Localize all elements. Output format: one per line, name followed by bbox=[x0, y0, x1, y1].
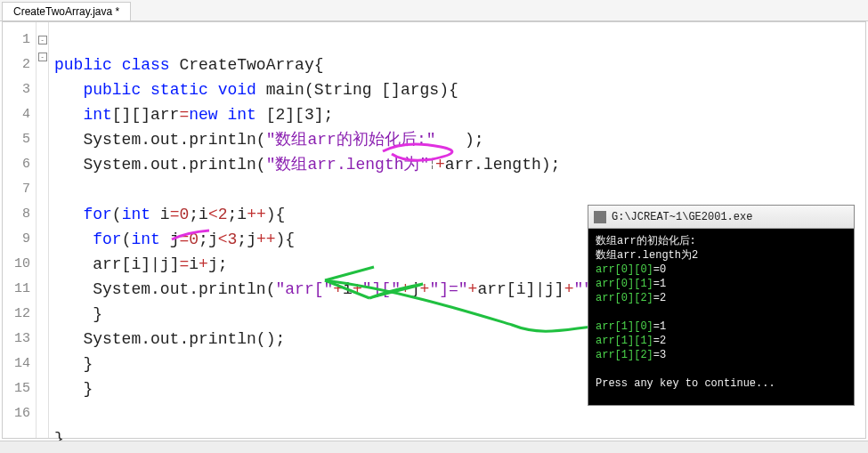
line-number: 3 bbox=[3, 77, 30, 102]
line-number: 9 bbox=[3, 227, 30, 252]
console-line: arr[0][0]=0 bbox=[596, 263, 847, 277]
brace: } bbox=[83, 355, 93, 373]
semi: ;j bbox=[237, 231, 256, 248]
op: + bbox=[353, 280, 362, 298]
string: "][" bbox=[362, 280, 401, 298]
keyword: void bbox=[218, 81, 256, 99]
expr: System.out. bbox=[83, 131, 189, 149]
expr: System.out. bbox=[83, 156, 189, 174]
op: + bbox=[199, 255, 208, 273]
console-line: arr[0][1]=1 bbox=[596, 277, 847, 291]
var: j bbox=[160, 231, 180, 248]
class-name: CreateTwoArray bbox=[179, 56, 313, 74]
console-line: arr[1][0]=1 bbox=[596, 320, 847, 334]
op: + bbox=[420, 280, 430, 298]
op: = bbox=[170, 206, 180, 223]
method: println bbox=[199, 280, 266, 298]
expr: arr[i]|j] bbox=[93, 255, 179, 273]
op: ++ bbox=[256, 231, 276, 248]
num: 3 bbox=[228, 231, 238, 248]
console-title-text: G:\JCREAT~1\GE2001.exe bbox=[612, 211, 752, 223]
fold-toggle[interactable]: - bbox=[38, 53, 47, 61]
paren: ( bbox=[122, 231, 132, 248]
expr: i bbox=[189, 255, 199, 273]
signature: (String []args){ bbox=[304, 81, 458, 99]
line-number: 11 bbox=[3, 277, 30, 302]
expr: arr[i]|j] bbox=[477, 280, 564, 298]
keyword: public bbox=[54, 56, 112, 74]
line-gutter: 12345678910111213141516 bbox=[3, 22, 37, 438]
op: = bbox=[179, 106, 189, 124]
brace: { bbox=[314, 56, 324, 74]
line-number: 1 bbox=[3, 28, 30, 53]
rest: (); bbox=[256, 330, 285, 348]
app-icon bbox=[594, 211, 606, 223]
expr: arr.length); bbox=[445, 156, 561, 174]
line-number: 6 bbox=[3, 152, 30, 177]
expr: j bbox=[410, 280, 420, 298]
console-titlebar[interactable]: G:\JCREAT~1\GE2001.exe bbox=[588, 206, 854, 229]
console-line: Press any key to continue... bbox=[596, 376, 847, 391]
op: < bbox=[208, 206, 218, 223]
num: 0 bbox=[189, 231, 199, 248]
expr: i bbox=[343, 280, 353, 298]
type: int bbox=[83, 106, 111, 124]
keyword: class bbox=[122, 56, 170, 74]
expr: System.out. bbox=[93, 280, 199, 298]
op: + bbox=[333, 280, 343, 298]
line-number: 8 bbox=[3, 202, 30, 227]
line-number: 15 bbox=[3, 376, 30, 401]
paren: ); bbox=[435, 131, 483, 149]
brace: } bbox=[93, 305, 102, 323]
type: int bbox=[122, 206, 150, 223]
tab-bar: CreateTwoArray.java * bbox=[0, 0, 868, 21]
console-line: arr[1][1]=2 bbox=[596, 334, 847, 348]
console-output: 数组arr的初始化后:数组arr.length为2arr[0][0]=0arr[… bbox=[588, 229, 854, 405]
type: int bbox=[227, 106, 256, 124]
semi: ; bbox=[189, 206, 199, 223]
semi: ;i bbox=[228, 206, 247, 223]
line-number: 13 bbox=[3, 327, 30, 352]
paren: ( bbox=[112, 206, 122, 223]
semi: ; bbox=[199, 231, 208, 248]
fold-toggle[interactable]: - bbox=[38, 36, 47, 44]
dims: [2][3]; bbox=[256, 106, 333, 124]
line-number: 16 bbox=[3, 401, 30, 426]
keyword: for bbox=[93, 231, 121, 248]
op: + bbox=[564, 280, 574, 298]
brace: } bbox=[83, 380, 93, 398]
method: println bbox=[189, 131, 256, 149]
console-line: arr[0][2]=2 bbox=[596, 291, 847, 305]
keyword: public bbox=[83, 81, 141, 99]
string: "数组arr的初始化后:" bbox=[266, 131, 436, 149]
keyword: static bbox=[150, 81, 208, 99]
brace: ){ bbox=[266, 206, 286, 223]
file-tab[interactable]: CreateTwoArray.java * bbox=[2, 2, 131, 20]
op: + bbox=[401, 280, 410, 298]
var: [][]arr bbox=[112, 106, 180, 124]
expr: j; bbox=[208, 255, 228, 273]
console-line bbox=[596, 362, 847, 376]
op: < bbox=[218, 231, 228, 248]
console-line: arr[1][2]=3 bbox=[596, 348, 847, 362]
keyword: for bbox=[83, 206, 111, 223]
type: int bbox=[131, 231, 159, 248]
op: ++ bbox=[247, 206, 266, 223]
console-window[interactable]: G:\JCREAT~1\GE2001.exe 数组arr的初始化后:数组arr.… bbox=[588, 205, 855, 406]
line-number: 14 bbox=[3, 352, 30, 376]
string: "数组arr.length为" bbox=[266, 156, 430, 174]
num: 2 bbox=[218, 206, 228, 223]
line-number: 2 bbox=[3, 53, 30, 77]
status-bar bbox=[0, 441, 868, 453]
ime-caret: ¦ bbox=[429, 159, 435, 170]
line-number: 10 bbox=[3, 252, 30, 277]
line-number: 5 bbox=[3, 127, 30, 152]
paren: ( bbox=[256, 131, 266, 149]
expr: System.out. bbox=[83, 330, 189, 348]
method-name: main bbox=[266, 81, 304, 99]
op: + bbox=[435, 156, 445, 174]
keyword: new bbox=[189, 106, 217, 124]
num: 0 bbox=[179, 206, 189, 223]
console-line bbox=[596, 305, 847, 320]
op: = bbox=[179, 255, 189, 273]
